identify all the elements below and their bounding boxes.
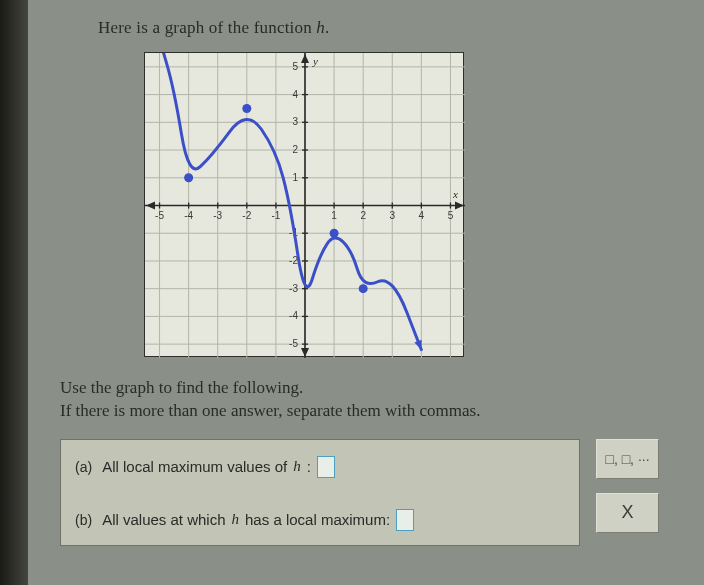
svg-point-75 (359, 284, 368, 293)
instructions: Use the graph to find the following. If … (60, 377, 704, 423)
intro-prefix: Here is a graph of the function (98, 18, 316, 37)
part-a-label: (a) (75, 459, 92, 475)
svg-text:5: 5 (292, 61, 298, 72)
svg-text:-5: -5 (155, 210, 164, 221)
svg-text:-3: -3 (289, 283, 298, 294)
svg-text:-3: -3 (213, 210, 222, 221)
svg-text:3: 3 (389, 210, 395, 221)
svg-text:2: 2 (292, 144, 298, 155)
clear-label: X (621, 502, 633, 523)
svg-text:-1: -1 (271, 210, 280, 221)
svg-point-73 (242, 104, 251, 113)
intro-fn: h (316, 18, 325, 37)
part-b-input[interactable] (396, 509, 414, 531)
graph-frame: -5-4-3-2-112345-5-4-3-2-112345yx (144, 52, 464, 357)
list-format-label: □, □, ··· (605, 451, 649, 467)
part-b-text-pre: All values at which (102, 511, 225, 528)
svg-text:1: 1 (331, 210, 337, 221)
svg-text:y: y (312, 55, 318, 67)
part-a-fn: h (293, 458, 301, 475)
intro-text: Here is a graph of the function h. (98, 18, 704, 38)
part-a-text-post: : (307, 458, 311, 475)
part-b-label: (b) (75, 512, 92, 528)
svg-text:x: x (452, 188, 458, 200)
intro-suffix: . (325, 18, 329, 37)
svg-point-74 (330, 229, 339, 238)
list-format-button[interactable]: □, □, ··· (596, 439, 659, 479)
svg-text:-2: -2 (242, 210, 251, 221)
svg-text:2: 2 (360, 210, 366, 221)
svg-text:3: 3 (292, 116, 298, 127)
part-b-text-post: has a local maximum: (245, 511, 390, 528)
part-a-row: (a) All local maximum values of h: (61, 440, 579, 492)
clear-button[interactable]: X (596, 493, 659, 533)
function-graph: -5-4-3-2-112345-5-4-3-2-112345yx (145, 53, 465, 358)
svg-point-72 (184, 173, 193, 182)
svg-text:4: 4 (292, 89, 298, 100)
svg-marker-24 (455, 202, 464, 210)
svg-marker-25 (146, 202, 155, 210)
part-a-text-pre: All local maximum values of (102, 458, 287, 475)
svg-marker-27 (301, 348, 309, 357)
part-a-input[interactable] (317, 456, 335, 478)
part-b-fn: h (232, 511, 240, 528)
answers-box: (a) All local maximum values of h: (b) A… (60, 439, 580, 546)
instructions-line1: Use the graph to find the following. (60, 378, 303, 397)
svg-text:4: 4 (419, 210, 425, 221)
svg-text:-4: -4 (289, 310, 298, 321)
svg-text:-4: -4 (184, 210, 193, 221)
svg-text:5: 5 (448, 210, 454, 221)
instructions-line2: If there is more than one answer, separa… (60, 401, 480, 420)
svg-marker-26 (301, 54, 309, 63)
part-b-row: (b) All values at which h has a local ma… (61, 493, 579, 545)
svg-text:-5: -5 (289, 338, 298, 349)
svg-text:1: 1 (292, 172, 298, 183)
svg-marker-71 (414, 340, 421, 350)
